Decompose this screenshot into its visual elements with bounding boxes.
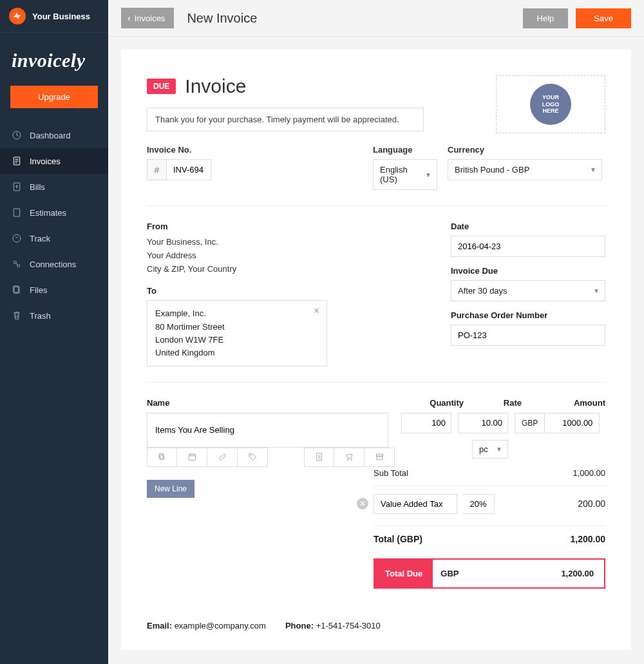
currency-select[interactable]: British Pound - GBP▼	[448, 159, 602, 180]
tool-date[interactable]	[177, 448, 207, 467]
tool-cart[interactable]	[334, 448, 365, 467]
sidebar-item-invoices[interactable]: Invoices	[0, 148, 108, 174]
tool-receipt[interactable]	[304, 448, 334, 467]
sidebar-item-track[interactable]: Track	[0, 225, 108, 251]
col-name: Name	[147, 398, 406, 408]
sidebar-item-estimates[interactable]: Estimates	[0, 200, 108, 225]
item-rate-input[interactable]	[458, 413, 508, 433]
svg-rect-3	[14, 209, 19, 216]
total-value: 1,200.00	[571, 534, 606, 544]
estimates-icon	[12, 207, 22, 218]
line-item-row: pc▼ GBP	[147, 413, 605, 467]
invoice-description-input[interactable]	[147, 108, 424, 131]
date-label: Date	[451, 222, 605, 231]
col-qty: Quantity	[406, 398, 464, 408]
language-select[interactable]: English (US)▼	[373, 159, 437, 190]
chevron-left-icon: ‹	[128, 13, 131, 23]
sidebar-nav: Dashboard Invoices Bills Estimates Track…	[0, 122, 108, 328]
save-button[interactable]: Save	[576, 8, 631, 28]
tax-pct-input[interactable]	[462, 494, 495, 514]
total-due-value: 1,200.00	[551, 560, 604, 587]
po-label: Purchase Order Number	[451, 310, 605, 320]
tax-amount: 200.00	[578, 498, 605, 509]
invoice-card: DUE Invoice YOUR LOGO HERE Invoice No.	[121, 50, 631, 650]
new-line-button[interactable]: New Line	[147, 480, 194, 498]
svg-rect-11	[189, 455, 195, 460]
bills-icon	[12, 182, 22, 192]
sidebar-item-files[interactable]: Files	[0, 277, 108, 303]
svg-point-14	[347, 459, 348, 460]
sidebar-item-label: Connections	[30, 260, 76, 269]
to-label: To	[147, 286, 425, 296]
logo-placeholder: YOUR LOGO HERE	[530, 84, 571, 125]
chevron-down-icon: ▼	[425, 171, 431, 178]
tax-name-input[interactable]	[374, 494, 457, 514]
sidebar-item-dashboard[interactable]: Dashboard	[0, 122, 108, 148]
sidebar-item-trash[interactable]: Trash	[0, 303, 108, 328]
status-badge: DUE	[147, 79, 176, 94]
to-client-box[interactable]: ✕ Example, Inc. 80 Mortimer Street Londo…	[147, 300, 327, 366]
tool-copy[interactable]	[147, 448, 177, 467]
footer-email: example@company.com	[175, 621, 266, 631]
from-address: Your Business, Inc. Your Address City & …	[147, 236, 425, 276]
invoice-heading: Invoice	[185, 75, 246, 97]
topbar: ‹ Invoices New Invoice Help Save	[108, 0, 644, 37]
sidebar-item-label: Files	[30, 285, 47, 295]
help-button[interactable]: Help	[523, 8, 569, 28]
language-label: Language	[373, 145, 437, 155]
svg-point-12	[250, 455, 251, 456]
total-due-currency: GBP	[433, 560, 466, 587]
svg-point-15	[350, 459, 352, 460]
total-due-label: Total Due	[375, 560, 433, 587]
due-label: Invoice Due	[451, 266, 605, 276]
invoice-due-select[interactable]: After 30 days▼	[451, 280, 605, 301]
item-name-input[interactable]	[147, 413, 388, 448]
footer-phone: +1-541-754-3010	[316, 621, 381, 631]
dashboard-icon	[12, 130, 22, 140]
unit-select[interactable]: pc▼	[472, 440, 508, 459]
tool-link[interactable]	[207, 448, 238, 467]
page-title: New Invoice	[187, 11, 257, 26]
from-label: From	[147, 222, 425, 231]
business-switcher[interactable]: Your Business	[0, 0, 108, 33]
sidebar-item-label: Dashboard	[30, 131, 71, 140]
total-due-box: Total Due GBP 1,200.00	[374, 558, 605, 589]
logo-upload[interactable]: YOUR LOGO HERE	[496, 75, 605, 133]
back-button[interactable]: ‹ Invoices	[121, 8, 174, 28]
invoice-icon	[12, 156, 22, 166]
item-qty-input[interactable]	[401, 413, 451, 433]
invoice-no-label: Invoice No.	[147, 145, 363, 155]
total-label: Total (GBP)	[374, 534, 571, 544]
back-label: Invoices	[135, 14, 166, 23]
track-icon	[12, 233, 22, 243]
business-name: Your Business	[32, 12, 90, 21]
amount-currency: GBP	[515, 413, 544, 433]
po-input[interactable]	[451, 325, 605, 346]
col-rate: Rate	[464, 398, 522, 408]
connections-icon	[12, 259, 22, 269]
business-icon	[9, 8, 26, 24]
invoice-footer: Email: example@company.com Phone: +1-541…	[147, 621, 605, 631]
currency-label: Currency	[448, 145, 602, 155]
remove-client-icon[interactable]: ✕	[313, 306, 320, 316]
hash-prefix: #	[147, 159, 166, 180]
invoice-no-input[interactable]	[166, 159, 211, 180]
brand-logo: invoicely	[0, 33, 108, 83]
upgrade-button[interactable]: Upgrade	[10, 86, 98, 108]
sidebar-item-label: Invoices	[30, 157, 61, 166]
sidebar-item-label: Trash	[30, 311, 51, 321]
chevron-down-icon: ▼	[496, 446, 502, 453]
col-amount: Amount	[522, 398, 605, 408]
sidebar-item-bills[interactable]: Bills	[0, 174, 108, 200]
trash-icon	[12, 310, 22, 321]
chevron-down-icon: ▼	[593, 287, 600, 294]
sidebar-item-connections[interactable]: Connections	[0, 251, 108, 277]
tool-tag[interactable]	[238, 448, 268, 467]
date-input[interactable]	[451, 236, 605, 257]
sidebar-item-label: Estimates	[30, 208, 66, 218]
files-icon	[12, 285, 22, 295]
item-amount[interactable]	[544, 413, 600, 433]
chevron-down-icon: ▼	[590, 166, 596, 173]
sidebar: Your Business invoicely Upgrade Dashboar…	[0, 0, 108, 664]
subtotal-value: 1,000.00	[573, 468, 605, 478]
